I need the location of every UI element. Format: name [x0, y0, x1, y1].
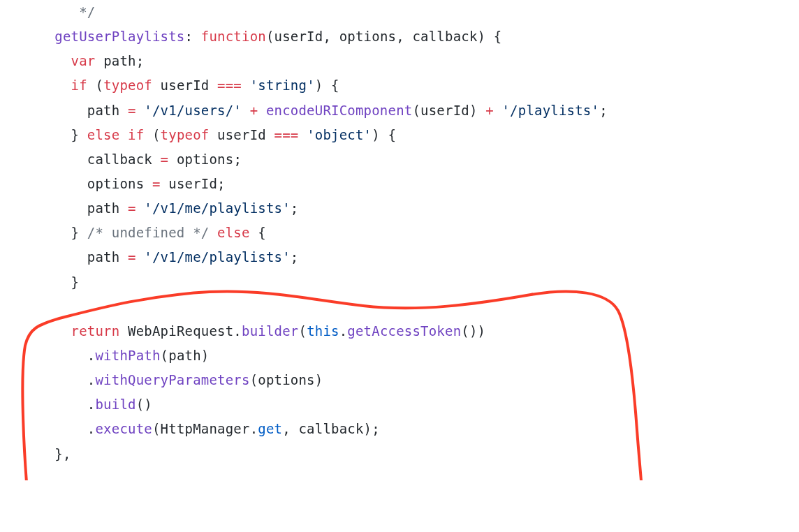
code-token: = [161, 152, 169, 167]
code-token: ( [144, 127, 160, 142]
code-token: ) { [478, 29, 502, 44]
code-token: 'string' [250, 77, 315, 93]
code-token: . [87, 421, 96, 436]
code-token: getAccessToken [347, 323, 461, 339]
code-token: . [87, 372, 96, 387]
code-token: withPath [95, 348, 160, 363]
code-token: build [95, 397, 135, 412]
code-token: ; [599, 103, 608, 118]
code-token: this [307, 323, 339, 339]
code-token: userId [161, 77, 210, 93]
code-token: ( [250, 372, 258, 387]
code-token: ()) [461, 323, 485, 339]
code-block: */ getUserPlaylists: function(userId, op… [0, 0, 799, 480]
code-token: typeof [161, 127, 210, 142]
code-token: } [71, 274, 80, 290]
code-token: ( [87, 77, 103, 93]
code-token: encodeURIComponent [266, 103, 413, 118]
code-token: ) [469, 103, 478, 118]
code-token: === [217, 77, 242, 93]
code-token: '/v1/me/playlists' [144, 200, 291, 216]
code-token: ( [161, 348, 169, 363]
code-token: HttpManager [161, 421, 250, 436]
code-token: options [339, 29, 396, 44]
code-token: . [87, 348, 96, 363]
code-token: userId [274, 29, 323, 44]
code-token: else [87, 127, 120, 142]
code-token: function [201, 29, 266, 44]
code-token: '/v1/me/playlists' [144, 249, 291, 265]
code-token: } [71, 225, 80, 240]
code-token: path [87, 200, 120, 216]
code-token: . [87, 397, 96, 412]
code-token: ) { [372, 127, 396, 142]
code-token: ( [266, 29, 274, 44]
code-token: ; [291, 200, 299, 216]
code-token: return [71, 323, 120, 339]
code-token: options [87, 176, 144, 191]
code-token: = [128, 200, 136, 216]
code-token: 'object' [307, 127, 372, 142]
code-token: , [323, 29, 339, 44]
code-token: /* undefined */ [87, 225, 210, 240]
code-token: callback [412, 29, 477, 44]
code-token: ( [152, 421, 161, 436]
code-token: } [71, 127, 80, 142]
code-token: + [485, 103, 494, 118]
code-token: else [217, 225, 250, 240]
code-token: get [258, 421, 282, 436]
code-token: options [177, 152, 233, 167]
code-token: */ [38, 4, 95, 20]
code-token: callback [87, 152, 152, 167]
code-token: var [71, 53, 96, 68]
code-text: */ getUserPlaylists: function(userId, op… [38, 0, 799, 466]
code-token: () [136, 397, 152, 412]
code-token: ( [298, 323, 307, 339]
code-token: ; [136, 53, 145, 68]
code-token: userId [420, 103, 469, 118]
code-token: path [103, 53, 136, 68]
code-token: execute [95, 421, 152, 436]
code-token: typeof [103, 77, 152, 93]
code-token: ( [412, 103, 420, 118]
code-token: . [233, 323, 242, 339]
code-token: ) [315, 372, 323, 387]
code-token: '/playlists' [501, 103, 599, 118]
code-token: if [71, 77, 87, 93]
code-token: , [282, 421, 291, 436]
code-token: }, [54, 446, 71, 461]
code-token: = [128, 103, 136, 118]
code-token: === [274, 127, 299, 142]
code-token: options [258, 372, 314, 387]
code-token: getUserPlaylists [54, 29, 184, 44]
code-token: WebApiRequest [128, 323, 233, 339]
code-token: ) { [315, 77, 339, 93]
code-token: path [87, 249, 120, 265]
code-token: . [250, 421, 258, 436]
code-token: if [128, 127, 144, 142]
code-token: withQueryParameters [95, 372, 249, 387]
code-token: ) [201, 348, 210, 363]
code-token: = [152, 176, 161, 191]
code-token: ; [233, 152, 242, 167]
code-token: + [250, 103, 258, 118]
code-token: builder [242, 323, 298, 339]
code-token: path [168, 348, 201, 363]
code-token: callback [298, 421, 363, 436]
code-token: ; [217, 176, 226, 191]
code-token: path [87, 103, 120, 118]
code-token: ; [291, 249, 299, 265]
code-token: userId [168, 176, 217, 191]
code-token: userId [217, 127, 266, 142]
code-token: = [128, 249, 136, 265]
code-token: { [250, 225, 266, 240]
code-token: . [339, 323, 348, 339]
code-token: : [185, 29, 201, 44]
code-token: '/v1/users/' [144, 103, 242, 118]
code-token: ); [364, 421, 380, 436]
code-token: , [396, 29, 412, 44]
